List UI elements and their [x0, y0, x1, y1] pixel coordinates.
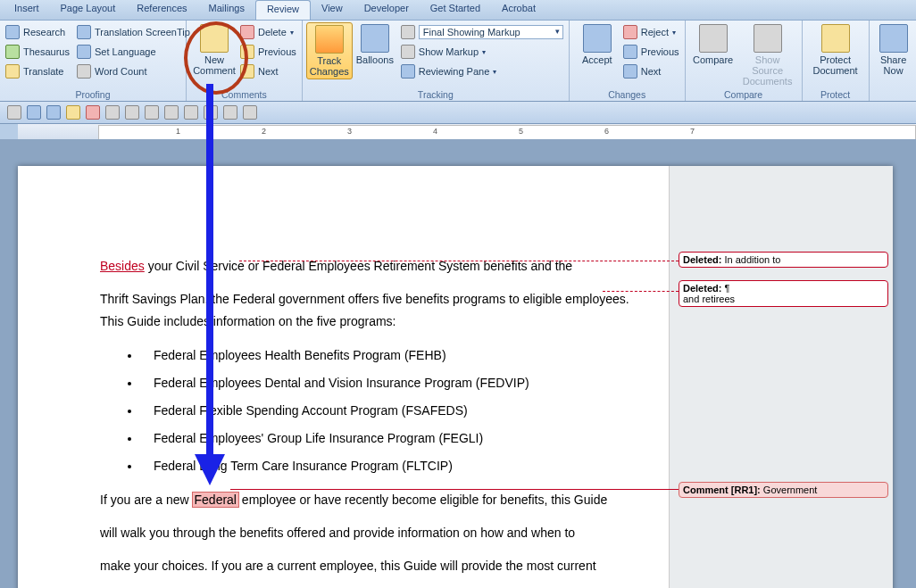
qat-pilcrow-icon[interactable]	[125, 105, 139, 120]
group-share: Share Now	[870, 21, 916, 101]
quick-toolbar	[0, 102, 916, 124]
bullet-list: Federal Employees Health Benefits Progra…	[141, 344, 654, 478]
connector-comment	[230, 489, 679, 490]
new-comment-icon	[200, 24, 229, 53]
para3b: employee or have recently become eligibl…	[238, 493, 607, 507]
next-change-button[interactable]: Next	[621, 63, 681, 79]
group-changes: Accept Reject Previous Next Changes	[570, 21, 686, 101]
translation-screentip-button[interactable]: Translation ScreenTip	[75, 24, 199, 40]
accept-button[interactable]: Accept	[573, 22, 621, 67]
balloon-deleted-2[interactable]: Deleted: ¶ and retirees	[679, 280, 888, 307]
tab-insert[interactable]: Insert	[4, 0, 50, 20]
show-markup-button[interactable]: Show Markup	[399, 44, 565, 60]
qat-highlight-icon[interactable]	[66, 105, 80, 120]
tab-get-started[interactable]: Get Started	[420, 0, 491, 20]
delete-comment-button[interactable]: Delete	[238, 24, 298, 40]
balloon-comment-rr1[interactable]: Comment [RR1]: Government	[679, 482, 888, 498]
tab-references[interactable]: References	[126, 0, 197, 20]
inserted-text: Besides	[100, 259, 145, 273]
page: Besides your Civil Service or Federal Em…	[18, 166, 893, 588]
group-compare-title: Compare	[689, 89, 798, 101]
share-icon	[879, 24, 908, 53]
group-comments: New Comment Delete Previous Next Comment…	[187, 21, 303, 101]
group-protect-title: Protect	[806, 89, 865, 101]
group-protect: Protect Document Protect	[803, 21, 870, 101]
tab-developer[interactable]: Developer	[354, 0, 420, 20]
display-for-review[interactable]: Final Showing Markup	[399, 24, 565, 40]
qat-preview-icon[interactable]	[223, 105, 237, 120]
group-changes-title: Changes	[573, 89, 681, 101]
previous-change-button[interactable]: Previous	[621, 44, 681, 60]
tab-review[interactable]: Review	[255, 0, 311, 20]
list-item: Federal Employees Dental and Vision Insu…	[141, 372, 654, 394]
tab-page-layout[interactable]: Page Layout	[50, 0, 127, 20]
group-compare: Compare Show Source Documents Compare	[686, 21, 803, 101]
list-item: Federal Employees Health Benefits Progra…	[141, 344, 654, 367]
qat-options-icon[interactable]	[145, 105, 159, 120]
document-area: Besides your Civil Service or Federal Em…	[0, 139, 916, 588]
list-item: Federal Employees' Group Life Insurance …	[141, 427, 654, 450]
research-button[interactable]: Research	[4, 24, 71, 40]
para2: Thrift Savings Plan, the Federal governm…	[100, 288, 654, 333]
connector-deleted-1	[239, 261, 679, 261]
balloon-deleted-1[interactable]: Deleted: In addition to	[679, 252, 888, 268]
translate-button[interactable]: Translate	[4, 63, 71, 79]
tab-view[interactable]: View	[311, 0, 354, 20]
group-proofing: Research Thesaurus Translate Translation…	[0, 21, 187, 101]
balloons-icon	[361, 24, 389, 53]
compare-icon	[699, 24, 728, 53]
ribbon-tabs: Insert Page Layout References Mailings R…	[0, 0, 916, 21]
ruler-scale: 1 2 3 4 5 6 7	[98, 125, 916, 140]
qat-print-icon[interactable]	[204, 105, 218, 120]
accept-icon	[583, 24, 612, 53]
balloons-button[interactable]: Balloons	[353, 22, 397, 67]
thesaurus-button[interactable]: Thesaurus	[4, 44, 71, 60]
page-text[interactable]: Besides your Civil Service or Federal Em…	[100, 255, 654, 588]
share-now-button[interactable]: Share Now	[873, 22, 914, 78]
qat-borders-icon[interactable]	[105, 105, 120, 120]
qat-spell-icon[interactable]	[243, 105, 257, 120]
previous-comment-button[interactable]: Previous	[238, 44, 298, 60]
show-source-documents-button[interactable]: Show Source Documents	[737, 22, 798, 88]
protect-document-button[interactable]: Protect Document	[806, 22, 865, 78]
group-proofing-title: Proofing	[4, 89, 182, 101]
connector-deleted-2	[603, 291, 679, 292]
track-changes-icon	[315, 25, 344, 54]
markup-pane: Deleted: In addition to Deleted: ¶ and r…	[669, 166, 893, 588]
commented-word[interactable]: Federal	[193, 493, 238, 507]
para5: make your choices. If you are a current …	[100, 555, 654, 577]
compare-button[interactable]: Compare	[689, 22, 737, 67]
qat-undo-icon[interactable]	[27, 105, 41, 120]
word-count-button[interactable]: Word Count	[75, 63, 199, 79]
display-icon	[401, 25, 415, 39]
para4: will walk you through the benefits offer…	[100, 522, 654, 544]
next-comment-button[interactable]: Next	[238, 63, 298, 79]
reject-button[interactable]: Reject	[621, 24, 681, 40]
list-item: Federal Flexible Spending Account Progra…	[141, 400, 654, 422]
new-comment-button[interactable]: New Comment	[190, 22, 238, 78]
tab-acrobat[interactable]: Acrobat	[491, 0, 546, 20]
group-tracking-title: Tracking	[306, 89, 565, 101]
show-source-icon	[754, 24, 782, 53]
qat-redo-icon[interactable]	[46, 105, 61, 120]
group-comments-title: Comments	[190, 89, 298, 101]
protect-icon	[821, 24, 850, 53]
ribbon: Research Thesaurus Translate Translation…	[0, 21, 916, 102]
qat-save-icon[interactable]	[184, 105, 198, 120]
track-changes-button[interactable]: Track Changes	[306, 22, 353, 79]
para3a: If you are a new	[100, 493, 193, 507]
group-tracking: Track Changes Balloons Final Showing Mar…	[303, 21, 570, 101]
qat-font-color-icon[interactable]	[86, 105, 100, 120]
reviewing-pane-button[interactable]: Reviewing Pane	[399, 63, 565, 79]
set-language-button[interactable]: Set Language	[75, 44, 199, 60]
list-item: Federal Long Term Care Insurance Program…	[141, 455, 654, 477]
qat-align-icon[interactable]	[164, 105, 179, 120]
tab-mailings[interactable]: Mailings	[198, 0, 255, 20]
qat-new-icon[interactable]	[7, 105, 21, 120]
